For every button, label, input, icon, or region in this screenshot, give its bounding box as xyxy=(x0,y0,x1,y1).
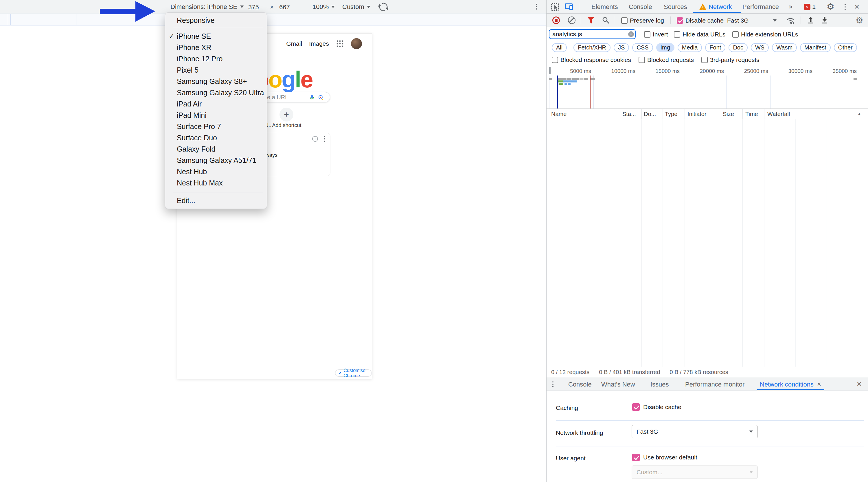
clear-network-log-icon[interactable] xyxy=(568,17,576,24)
chip-img[interactable]: Img xyxy=(656,43,675,52)
column-divider[interactable] xyxy=(720,109,720,119)
menu-item-device[interactable]: Galaxy Fold xyxy=(165,143,267,155)
menu-item-device[interactable]: Surface Duo xyxy=(165,132,267,143)
chip-fetch-xhr[interactable]: Fetch/XHR xyxy=(574,43,611,52)
menu-item-edit[interactable]: Edit... xyxy=(165,195,267,206)
menu-item-device[interactable]: Samsung Galaxy S8+ xyxy=(165,76,267,87)
chip-ws[interactable]: WS xyxy=(751,43,769,52)
inspect-element-icon[interactable] xyxy=(551,3,559,11)
throttling-dropdown[interactable]: Fast 3G xyxy=(727,13,749,27)
devtools-menu-icon[interactable] xyxy=(843,3,847,11)
zoom-dropdown[interactable]: 100% xyxy=(312,0,335,13)
blocked-cookies-checkbox[interactable] xyxy=(552,57,558,63)
column-divider[interactable] xyxy=(642,109,642,119)
settings-gear-icon[interactable]: ⚙ xyxy=(827,2,834,11)
rotate-device-icon[interactable] xyxy=(378,2,388,11)
network-throttling-select[interactable]: Fast 3G xyxy=(631,425,758,438)
hide-extension-urls-checkbox[interactable] xyxy=(732,31,739,38)
conditions-disable-cache-toggle[interactable]: Disable cache xyxy=(632,403,681,411)
throttle-dropdown[interactable]: Custom xyxy=(342,0,370,13)
chip-manifest[interactable]: Manifest xyxy=(800,43,831,52)
column-header-domain[interactable]: Do... xyxy=(644,111,656,118)
column-header-status[interactable]: Sta... xyxy=(622,111,636,118)
more-tabs-icon[interactable]: » xyxy=(789,3,793,11)
drawer-tab-network-conditions[interactable]: Network conditions xyxy=(760,381,814,388)
column-header-name[interactable]: Name xyxy=(551,111,566,118)
invert-checkbox[interactable] xyxy=(644,31,650,38)
filter-input[interactable] xyxy=(549,29,636,39)
chip-wasm[interactable]: Wasm xyxy=(772,43,797,52)
menu-item-device[interactable]: Surface Pro 7 xyxy=(165,121,267,132)
hide-extension-urls-toggle[interactable]: Hide extension URLs xyxy=(732,31,798,38)
drawer-tab-performance-monitor[interactable]: Performance monitor xyxy=(685,381,744,388)
import-har-icon[interactable] xyxy=(807,17,814,24)
network-overview[interactable]: 5000 ms 10000 ms 15000 ms 20000 ms 25000… xyxy=(547,66,868,109)
chip-doc[interactable]: Doc xyxy=(728,43,748,52)
close-drawer-icon[interactable]: × xyxy=(857,380,862,388)
sort-indicator-icon[interactable]: ▲ xyxy=(857,111,861,116)
preserve-log-toggle[interactable]: Preserve log xyxy=(621,17,664,24)
menu-item-device[interactable]: Nest Hub Max xyxy=(165,178,267,189)
chip-media[interactable]: Media xyxy=(678,43,702,52)
column-divider[interactable] xyxy=(620,109,620,119)
column-divider[interactable] xyxy=(742,109,743,119)
device-width-field[interactable]: 375 xyxy=(248,3,259,11)
disable-cache-toggle[interactable]: Disable cache xyxy=(677,17,724,24)
tab-console[interactable]: Console xyxy=(629,3,652,11)
chip-other[interactable]: Other xyxy=(834,43,857,52)
search-icon[interactable] xyxy=(602,17,610,24)
google-lens-icon[interactable] xyxy=(318,95,323,100)
drawer-tab-console[interactable]: Console xyxy=(568,381,592,388)
preserve-log-checkbox[interactable] xyxy=(621,18,627,24)
network-conditions-icon[interactable] xyxy=(786,17,795,25)
column-header-type[interactable]: Type xyxy=(665,111,677,118)
chip-js[interactable]: JS xyxy=(614,43,629,52)
hide-data-urls-toggle[interactable]: Hide data URLs xyxy=(674,31,725,38)
close-tab-icon[interactable]: × xyxy=(817,380,821,388)
error-badge-icon[interactable]: × xyxy=(804,4,810,10)
column-header-initiator[interactable]: Initiator xyxy=(687,111,707,118)
overview-scroll-handle[interactable] xyxy=(549,67,551,74)
card-menu-icon[interactable] xyxy=(322,136,326,142)
third-party-toggle[interactable]: 3rd-party requests xyxy=(701,56,759,63)
menu-item-device[interactable]: iPhone XR xyxy=(165,42,267,53)
column-divider[interactable] xyxy=(764,109,765,119)
clear-filter-icon[interactable]: × xyxy=(628,31,634,37)
requests-table-body[interactable] xyxy=(547,119,868,367)
info-icon[interactable]: i xyxy=(312,136,318,142)
conditions-disable-cache-checkbox[interactable] xyxy=(632,403,640,411)
drawer-tab-issues[interactable]: Issues xyxy=(650,381,669,388)
invert-toggle[interactable]: Invert xyxy=(644,31,668,38)
device-toolbar-icon[interactable] xyxy=(564,3,574,11)
menu-item-device[interactable]: Samsung Galaxy S20 Ultra xyxy=(165,87,267,98)
drawer-menu-icon[interactable] xyxy=(551,380,555,389)
third-party-checkbox[interactable] xyxy=(701,57,708,63)
tab-performance[interactable]: Performance xyxy=(742,3,779,11)
record-network-log-icon[interactable] xyxy=(552,17,560,24)
avatar[interactable] xyxy=(351,38,362,49)
column-divider[interactable] xyxy=(662,109,663,119)
blocked-cookies-toggle[interactable]: Blocked response cookies xyxy=(552,56,631,63)
menu-item-responsive[interactable]: Responsive xyxy=(165,15,267,26)
export-har-icon[interactable] xyxy=(821,17,828,24)
chip-css[interactable]: CSS xyxy=(632,43,653,52)
dimensions-dropdown[interactable]: Dimensions: iPhone SE xyxy=(170,0,244,13)
column-header-time[interactable]: Time xyxy=(745,111,758,118)
drawer-tab-whats-new[interactable]: What's New xyxy=(601,381,635,388)
device-toolbar-options-icon[interactable] xyxy=(533,2,540,11)
customize-chrome-button[interactable]: Customise Chrome xyxy=(335,369,372,377)
menu-item-device[interactable]: Samsung Galaxy A51/71 xyxy=(165,155,267,166)
device-height-field[interactable]: 667 xyxy=(279,3,290,11)
use-browser-default-checkbox[interactable] xyxy=(632,454,640,461)
google-apps-grid-icon[interactable] xyxy=(336,40,344,48)
hide-data-urls-checkbox[interactable] xyxy=(674,31,680,38)
menu-item-device[interactable]: Pixel 5 xyxy=(165,65,267,76)
menu-item-device[interactable]: iPhone 12 Pro xyxy=(165,53,267,65)
disable-cache-checkbox[interactable] xyxy=(677,18,683,24)
blocked-requests-checkbox[interactable] xyxy=(639,57,645,63)
column-header-size[interactable]: Size xyxy=(723,111,734,118)
voice-search-icon[interactable] xyxy=(309,95,315,100)
blocked-requests-toggle[interactable]: Blocked requests xyxy=(639,56,694,63)
menu-item-device[interactable]: Nest Hub xyxy=(165,166,267,178)
menu-item-device[interactable]: ✓ iPhone SE xyxy=(165,31,267,42)
